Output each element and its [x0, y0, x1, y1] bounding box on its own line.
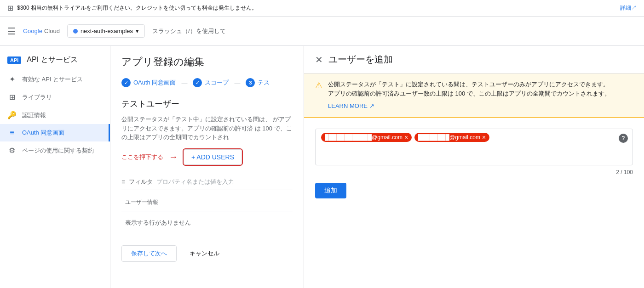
- email-input-area[interactable]: ████████████@gmail.com × ████████@gmail.…: [315, 129, 633, 165]
- step-dash-2: —: [234, 79, 240, 86]
- add-users-label: + ADD USERS: [191, 153, 234, 161]
- filter-bar: ≡ フィルタ プロパティ名または値を入力: [121, 174, 293, 190]
- api-badge: API: [7, 56, 21, 64]
- step-num-icon: 3: [246, 78, 255, 87]
- arrow-icon: →: [169, 152, 178, 162]
- warning-text: 公開ステータスが「テスト」に設定されている間は、テストユーザーのみがアプリにアク…: [328, 80, 610, 98]
- oauth-icon: ≡: [7, 129, 17, 137]
- project-name: next-auth-examples: [80, 28, 133, 34]
- sidebar-item-label: 認証情報: [22, 111, 46, 119]
- learn-more-label: LEARN MORE: [328, 102, 368, 111]
- hamburger-menu[interactable]: ☰: [7, 26, 16, 37]
- table-empty-row: 表示する行がありません: [121, 211, 293, 234]
- sidebar: API API とサービス ✦ 有効な API とサービス ⊞ ライブラリ 🔑 …: [0, 46, 110, 288]
- main-layout: API API とサービス ✦ 有効な API とサービス ⊞ ライブラリ 🔑 …: [0, 46, 644, 288]
- warning-icon: ⚠: [315, 80, 322, 90]
- sidebar-header: API API とサービス: [0, 50, 110, 70]
- project-selector[interactable]: next-auth-examples ▾: [67, 24, 145, 38]
- step-label: OAuth 同意画面: [133, 79, 176, 87]
- chip-remove-icon[interactable]: ×: [404, 134, 408, 141]
- step-dash-1: —: [181, 79, 187, 86]
- panel-body: ████████████@gmail.com × ████████@gmail.…: [304, 118, 644, 288]
- sidebar-title: API とサービス: [27, 55, 77, 65]
- sidebar-item-label: 有効な API とサービス: [22, 75, 83, 84]
- filter-label: フィルタ: [129, 178, 153, 186]
- sidebar-item-library[interactable]: ⊞ ライブラリ: [0, 88, 110, 106]
- page-title: アプリ登録の編集: [121, 55, 293, 69]
- annotation-row: ここを押下する → + ADD USERS: [121, 149, 293, 165]
- step-check-icon: ✓: [193, 78, 202, 87]
- step-check-icon: ✓: [121, 78, 131, 87]
- email-chip-2: ████████@gmail.com ×: [414, 133, 489, 142]
- project-dot: [73, 29, 78, 34]
- grid-icon: ⊞: [7, 4, 13, 12]
- sidebar-item-oauth-consent[interactable]: ≡ OAuth 同意画面: [0, 124, 110, 141]
- sidebar-item-label: ページの使用に関する契約: [22, 147, 94, 155]
- logo-cloud: Cloud: [44, 28, 60, 34]
- library-icon: ⊞: [7, 93, 17, 102]
- bottom-actions: 保存して次へ キャンセル: [121, 238, 293, 269]
- banner-text: $300 相当の無料トライアルをご利用ください。クレジットを使い切っても料金は発…: [17, 4, 616, 12]
- sidebar-item-page-usage[interactable]: ⚙ ページの使用に関する契約: [0, 141, 110, 159]
- content-area: アプリ登録の編集 ✓ OAuth 同意画面 — ✓ スコープ — 3 テス テス…: [110, 46, 304, 288]
- sidebar-item-credentials[interactable]: 🔑 認証情報: [0, 106, 110, 124]
- filter-icon: ≡: [121, 178, 125, 186]
- google-cloud-logo: Google Cloud: [23, 28, 60, 34]
- enabled-apis-icon: ✦: [7, 75, 17, 84]
- step-label: テス: [258, 79, 270, 87]
- step-label: スコープ: [205, 79, 229, 87]
- chip-remove-icon[interactable]: ×: [482, 134, 486, 141]
- learn-more-icon: ↗: [369, 102, 374, 111]
- header-bar: ☰ Google Cloud next-auth-examples ▾ スラッシ…: [0, 17, 644, 46]
- warning-content: 公開ステータスが「テスト」に設定されている間は、テストユーザーのみがアプリにアク…: [328, 80, 610, 111]
- annotation-text: ここを押下する: [121, 153, 163, 161]
- step-scope: ✓ スコープ: [193, 78, 229, 87]
- sidebar-item-label: OAuth 同意画面: [22, 129, 64, 137]
- close-button[interactable]: ✕: [315, 54, 323, 65]
- email-chip-address: ████████@gmail.com: [418, 134, 480, 141]
- panel-header: ✕ ユーザーを追加: [304, 46, 644, 73]
- sidebar-item-label: ライブラリ: [22, 93, 52, 102]
- slash-nav: スラッシュ（/）を使用して: [152, 27, 226, 35]
- right-panel: ✕ ユーザーを追加 ⚠ 公開ステータスが「テスト」に設定されている間は、テストユ…: [304, 46, 644, 288]
- filter-placeholder: プロパティ名または値を入力: [156, 178, 234, 186]
- chevron-down-icon: ▾: [136, 28, 139, 34]
- add-users-button[interactable]: + ADD USERS: [184, 149, 242, 165]
- credentials-icon: 🔑: [7, 111, 17, 119]
- data-table: ユーザー情報 表示する行がありません: [121, 194, 293, 234]
- add-button[interactable]: 追加: [315, 183, 346, 198]
- counter-text: 2 / 100: [315, 169, 633, 175]
- save-next-button[interactable]: 保存して次へ: [121, 245, 177, 262]
- banner-learn-link[interactable]: 詳細↗: [620, 4, 637, 12]
- table-column-header: ユーザー情報: [121, 194, 293, 211]
- step-oauth: ✓ OAuth 同意画面: [121, 78, 176, 87]
- steps-nav: ✓ OAuth 同意画面 — ✓ スコープ — 3 テス: [121, 78, 293, 87]
- step-test: 3 テス: [246, 78, 270, 87]
- email-chip-address: ████████████@gmail.com: [325, 134, 402, 141]
- learn-more-link[interactable]: LEARN MORE ↗: [328, 102, 374, 111]
- section-desc: 公開ステータスが「テスト中」に設定されている間は、 がアプリにアクセスできます。…: [121, 115, 293, 142]
- table-empty-message: 表示する行がありません: [121, 211, 293, 234]
- sidebar-item-enabled-apis[interactable]: ✦ 有効な API とサービス: [0, 70, 110, 88]
- warning-banner: ⚠ 公開ステータスが「テスト」に設定されている間は、テストユーザーのみがアプリに…: [304, 73, 644, 118]
- logo-google: Google: [23, 28, 42, 34]
- cancel-button[interactable]: キャンセル: [182, 246, 227, 261]
- panel-title: ユーザーを追加: [328, 53, 393, 66]
- email-chip-1: ████████████@gmail.com ×: [321, 133, 412, 142]
- top-banner: ⊞ $300 相当の無料トライアルをご利用ください。クレジットを使い切っても料金…: [0, 0, 644, 17]
- help-icon[interactable]: ?: [619, 134, 628, 143]
- section-title: テストユーザー: [121, 98, 293, 109]
- page-usage-icon: ⚙: [7, 146, 17, 155]
